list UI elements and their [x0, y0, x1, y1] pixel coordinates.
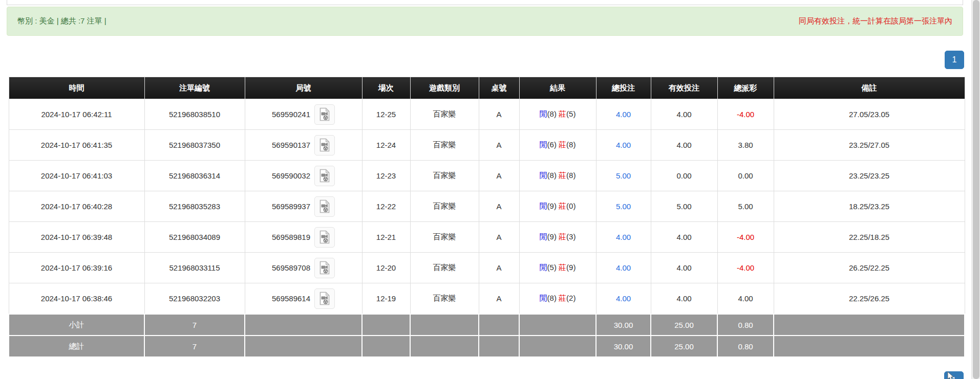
- subtotal-valid-bet: 25.00: [651, 314, 717, 336]
- cell-result: 閒(9) 莊(0): [519, 191, 596, 222]
- video-replay-button[interactable]: [314, 258, 335, 278]
- total-round-id: [245, 336, 362, 357]
- cell-round-id: 569589819: [245, 222, 362, 253]
- col-header-game-type: 遊戲類別: [410, 77, 479, 99]
- cell-table-no: A: [479, 222, 519, 253]
- video-replay-icon: [319, 169, 330, 183]
- total-session: [362, 336, 410, 357]
- subtotal-total-bet: 30.00: [596, 314, 651, 336]
- cell-time: 2024-10-17 06:38:46: [9, 283, 144, 315]
- table-wrapper: 時間 注單編號 局號 場次 遊戲類別 桌號 結果 總投注 有效投注 總派彩 備註…: [8, 77, 964, 358]
- summary-banner: 幣別 : 美金 | 總共 :7 注單 | 同局有效投注，統一計算在該局第一張注單…: [7, 7, 963, 36]
- video-replay-icon: [319, 107, 330, 121]
- total-bet-link[interactable]: 4.00: [616, 141, 631, 149]
- cell-table-no: A: [479, 99, 519, 130]
- cell-session: 12-25: [362, 99, 410, 130]
- table-row: 2024-10-17 06:40:28521968035283569589937…: [9, 191, 965, 222]
- video-replay-button[interactable]: [314, 135, 335, 155]
- cell-total-payout: 0.00: [717, 161, 774, 191]
- video-replay-button[interactable]: [314, 166, 335, 186]
- total-count: 7: [144, 336, 245, 357]
- currency-summary-text: 幣別 : 美金 | 總共 :7 注單 |: [17, 16, 106, 26]
- cell-result: 閒(5) 莊(9): [519, 253, 596, 283]
- round-id-value: 569589819: [272, 233, 310, 241]
- total-bet-link[interactable]: 4.00: [616, 233, 631, 241]
- video-replay-button[interactable]: [314, 288, 335, 309]
- bet-history-page: 幣別 : 美金 | 總共 :7 注單 | 同局有效投注，統一計算在該局第一張注單…: [0, 0, 980, 379]
- cell-valid-bet: 5.00: [651, 191, 717, 222]
- result-player-label: 閒: [540, 294, 547, 302]
- result-banker-label: 莊: [559, 294, 566, 302]
- top-panel-edge: [7, 0, 963, 5]
- video-replay-button[interactable]: [314, 196, 335, 217]
- result-banker-label: 莊: [559, 232, 566, 241]
- round-id-value: 569590241: [272, 110, 310, 119]
- total-total-payout: 0.80: [717, 336, 774, 357]
- cell-round-id: 569589614: [245, 283, 362, 315]
- table-row: 2024-10-17 06:38:46521968032203569589614…: [9, 283, 965, 315]
- cell-total-bet: 4.00: [596, 130, 651, 161]
- subtotal-remark: [774, 314, 965, 336]
- table-row: 2024-10-17 06:41:35521968037350569590137…: [9, 130, 965, 161]
- cell-total-payout: -4.00: [717, 222, 774, 253]
- result-banker-label: 莊: [559, 202, 566, 210]
- total-bet-link[interactable]: 4.00: [616, 294, 631, 303]
- cell-result: 閒(9) 莊(3): [519, 222, 596, 253]
- total-table-no: [479, 336, 519, 357]
- pagination-page-1-top[interactable]: 1: [945, 51, 964, 69]
- cell-game-type: 百家樂: [410, 191, 479, 222]
- cell-valid-bet: 0.00: [651, 161, 717, 191]
- round-id-value: 569589614: [272, 294, 310, 303]
- cell-bet-id: 521968032203: [144, 283, 245, 315]
- cell-game-type: 百家樂: [410, 130, 479, 161]
- round-id-value: 569589937: [272, 202, 310, 211]
- video-replay-icon: [319, 138, 330, 152]
- cell-result: 閒(8) 莊(8): [519, 161, 596, 191]
- result-player-label: 閒: [540, 140, 547, 149]
- video-replay-button[interactable]: [314, 227, 335, 248]
- vertical-scrollbar[interactable]: [971, 0, 980, 379]
- col-header-time: 時間: [9, 77, 144, 99]
- col-header-result: 結果: [519, 77, 596, 99]
- cell-game-type: 百家樂: [410, 99, 479, 130]
- video-replay-button[interactable]: [314, 104, 335, 125]
- scrollbar-thumb[interactable]: [973, 0, 979, 379]
- cell-game-type: 百家樂: [410, 222, 479, 253]
- subtotal-game-type: [410, 314, 479, 336]
- cell-session: 12-21: [362, 222, 410, 253]
- cell-result: 閒(8) 莊(5): [519, 99, 596, 130]
- total-bet-link[interactable]: 4.00: [616, 110, 631, 119]
- cell-bet-id: 521968033115: [144, 253, 245, 283]
- bet-records-table: 時間 注單編號 局號 場次 遊戲類別 桌號 結果 總投注 有效投注 總派彩 備註…: [8, 77, 965, 358]
- cell-remark: 26.25/22.25: [774, 253, 965, 283]
- subtotal-session: [362, 314, 410, 336]
- total-result: [519, 336, 596, 357]
- round-id-value: 569590137: [272, 141, 310, 149]
- cell-game-type: 百家樂: [410, 161, 479, 191]
- cell-table-no: A: [479, 161, 519, 191]
- table-row: 2024-10-17 06:39:16521968033115569589708…: [9, 253, 965, 283]
- cell-time: 2024-10-17 06:40:28: [9, 191, 144, 222]
- cell-time: 2024-10-17 06:41:35: [9, 130, 144, 161]
- video-replay-icon: [319, 230, 330, 244]
- subtotal-count: 7: [144, 314, 245, 336]
- cell-total-bet: 5.00: [596, 161, 651, 191]
- result-player-label: 閒: [540, 171, 547, 180]
- cell-session: 12-19: [362, 283, 410, 315]
- cell-total-payout: 5.00: [717, 191, 774, 222]
- subtotal-total-payout: 0.80: [717, 314, 774, 336]
- total-bet-link[interactable]: 5.00: [616, 171, 631, 180]
- cell-total-payout: 3.80: [717, 130, 774, 161]
- cell-remark: 27.05/23.05: [774, 99, 965, 130]
- total-bet-link[interactable]: 4.00: [616, 263, 631, 272]
- video-replay-icon: [319, 199, 330, 213]
- cell-remark: 22.25/26.25: [774, 283, 965, 315]
- cell-table-no: A: [479, 130, 519, 161]
- col-header-total-payout: 總派彩: [717, 77, 774, 99]
- cell-time: 2024-10-17 06:41:03: [9, 161, 144, 191]
- subtotal-label: 小計: [9, 314, 144, 336]
- total-bet-link[interactable]: 5.00: [616, 202, 631, 211]
- cell-valid-bet: 4.00: [651, 99, 717, 130]
- cell-bet-id: 521968036314: [144, 161, 245, 191]
- cell-total-bet: 4.00: [596, 283, 651, 315]
